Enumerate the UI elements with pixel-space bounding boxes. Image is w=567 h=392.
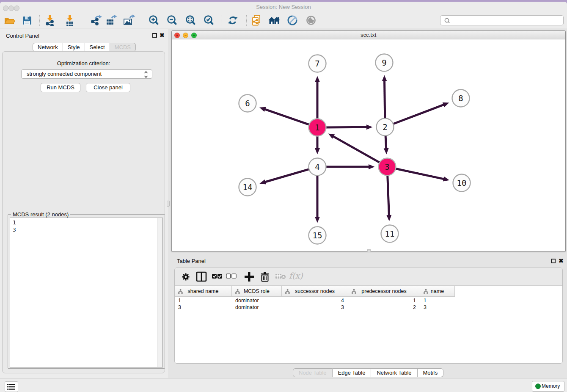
tab-motifs[interactable]: Motifs xyxy=(418,368,444,377)
select-all-check-icon[interactable] xyxy=(212,273,223,282)
svg-text:14: 14 xyxy=(243,182,253,192)
edge-4-14[interactable] xyxy=(259,169,310,185)
task-history-button[interactable] xyxy=(5,381,18,392)
cell-predecessor-nodes: 1 xyxy=(348,297,420,304)
network-window-title: scc.txt xyxy=(172,32,565,38)
tab-network-table[interactable]: Network Table xyxy=(371,368,417,377)
function-builder-icon[interactable]: f(x) xyxy=(289,271,303,280)
deselect-all-icon[interactable] xyxy=(226,273,237,282)
node-11[interactable]: 11 xyxy=(381,225,399,243)
export-image-icon[interactable] xyxy=(123,14,135,26)
svg-text:4: 4 xyxy=(315,162,319,171)
table-header: shared nameMCDS rolesuccessor nodesprede… xyxy=(175,286,455,297)
zoom-out-icon[interactable] xyxy=(166,14,178,26)
node-4[interactable]: 4 xyxy=(309,158,326,176)
tab-node-table[interactable]: Node Table xyxy=(293,368,333,377)
import-network-icon[interactable] xyxy=(44,14,56,26)
edge-3-10[interactable] xyxy=(394,168,449,182)
network-canvas[interactable]: 7968124314101511 xyxy=(172,39,565,251)
gear-icon[interactable] xyxy=(181,271,191,284)
table-panel-title: Table Panel xyxy=(177,258,206,264)
edge-2-8[interactable] xyxy=(392,102,449,124)
column-header-predecessor-nodes[interactable]: predecessor nodes xyxy=(348,286,420,297)
column-header-name[interactable]: name xyxy=(420,286,455,297)
mcds-result-area[interactable]: 1 3 xyxy=(10,218,163,367)
node-8[interactable]: 8 xyxy=(452,90,470,107)
network-window-titlebar[interactable]: × − + scc.txt xyxy=(172,31,565,39)
search-input[interactable] xyxy=(440,15,564,25)
svg-text:15: 15 xyxy=(313,231,322,240)
delete-table-icon[interactable] xyxy=(275,273,286,282)
node-14[interactable]: 14 xyxy=(239,179,256,196)
titlebar: Session: New Session xyxy=(0,2,567,12)
table-toolbar: f(x) xyxy=(175,268,562,286)
add-column-icon[interactable] xyxy=(244,271,255,284)
new-network-from-selection-icon[interactable] xyxy=(250,14,262,26)
table-close-icon[interactable]: ✖ xyxy=(559,259,564,263)
control-panel-title: Control Panel xyxy=(6,33,39,39)
column-header-MCDS-role[interactable]: MCDS role xyxy=(232,286,282,297)
close-panel-button[interactable]: Close panel xyxy=(86,83,130,92)
tab-network[interactable]: Network xyxy=(33,43,63,52)
import-table-icon[interactable] xyxy=(64,14,76,26)
network-window: × − + scc.txt 7968124314101511 xyxy=(171,30,566,251)
open-session-icon[interactable] xyxy=(3,14,15,26)
refresh-icon[interactable] xyxy=(227,14,239,26)
node-6[interactable]: 6 xyxy=(239,95,256,112)
export-table-icon[interactable] xyxy=(105,14,117,26)
sort-icon xyxy=(424,289,428,295)
optimization-label: Optimization criterion: xyxy=(3,60,165,66)
zoom-selected-icon[interactable] xyxy=(203,14,215,26)
result-scrollbar[interactable] xyxy=(157,218,162,367)
edge-4-15[interactable] xyxy=(315,174,320,223)
save-session-icon[interactable] xyxy=(21,14,33,26)
delete-column-icon[interactable] xyxy=(260,271,270,284)
window-resize-handle[interactable] xyxy=(367,249,371,252)
table-float-icon[interactable] xyxy=(551,259,556,263)
table-tabs: Node TableEdge TableNetwork TableMotifs xyxy=(293,368,443,377)
memory-button[interactable]: Memory xyxy=(532,381,564,392)
optimization-dropdown[interactable]: strongly connected component xyxy=(21,69,152,79)
svg-text:3: 3 xyxy=(385,162,389,171)
node-10[interactable]: 10 xyxy=(453,174,471,192)
close-panel-icon[interactable]: ✖ xyxy=(160,33,165,38)
column-header-shared-name[interactable]: shared name xyxy=(175,286,232,297)
tab-select[interactable]: Select xyxy=(85,43,110,52)
panel-splitter-handle[interactable] xyxy=(167,201,170,207)
cell-MCDS-role: dominator xyxy=(232,297,282,304)
edge-1-7[interactable] xyxy=(315,76,320,120)
edge-1-4[interactable] xyxy=(315,135,320,155)
edge-1-6[interactable] xyxy=(259,107,311,125)
edge-3-1[interactable] xyxy=(328,133,381,163)
memory-label: Memory xyxy=(542,383,560,389)
node-9[interactable]: 9 xyxy=(376,54,393,72)
edge-3-11[interactable] xyxy=(386,174,391,221)
run-mcds-button[interactable]: Run MCDS xyxy=(41,83,80,92)
sort-icon xyxy=(285,289,290,295)
edge-4-3[interactable] xyxy=(325,164,375,169)
edge-2-3[interactable] xyxy=(384,134,389,154)
export-network-icon[interactable] xyxy=(90,14,102,26)
node-7[interactable]: 7 xyxy=(309,55,326,72)
home-icon[interactable] xyxy=(267,14,279,26)
tab-mcds[interactable]: MCDS xyxy=(110,43,136,52)
node-1[interactable]: 1 xyxy=(309,119,326,136)
style-icon[interactable] xyxy=(286,14,298,26)
sort-icon xyxy=(235,289,240,295)
sort-icon xyxy=(178,289,183,295)
tab-style[interactable]: Style xyxy=(63,43,85,52)
zoom-in-icon[interactable] xyxy=(148,14,160,26)
node-3[interactable]: 3 xyxy=(379,158,396,176)
node-2[interactable]: 2 xyxy=(377,119,394,136)
edge-2-9[interactable] xyxy=(382,75,387,119)
node-15[interactable]: 15 xyxy=(309,227,326,244)
float-panel-icon[interactable] xyxy=(152,33,157,38)
split-columns-icon[interactable] xyxy=(196,271,208,284)
window-title: Session: New Session xyxy=(0,4,567,10)
svg-text:8: 8 xyxy=(458,94,463,103)
tab-edge-table[interactable]: Edge Table xyxy=(333,368,372,377)
hide-graphics-icon[interactable] xyxy=(305,14,317,26)
edge-1-2[interactable] xyxy=(325,124,372,130)
zoom-fit-icon[interactable] xyxy=(184,14,196,26)
column-header-successor-nodes[interactable]: successor nodes xyxy=(282,286,348,297)
